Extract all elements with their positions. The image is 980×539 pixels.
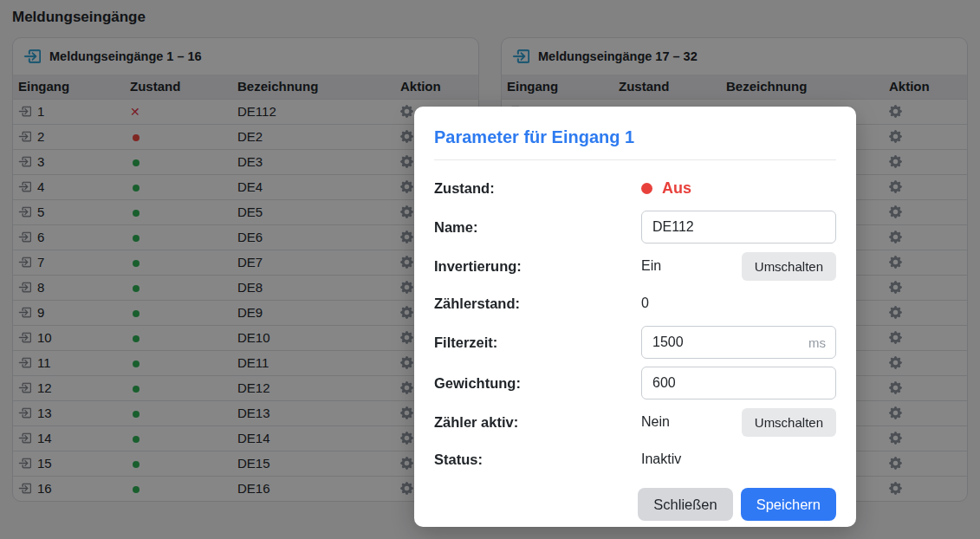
field-value: Nein	[641, 414, 742, 430]
toggle-button[interactable]: Umschalten	[742, 408, 836, 437]
dialog-field: Name:	[434, 211, 836, 244]
dialog-title: Parameter für Eingang 1	[434, 127, 836, 147]
field-label: Name:	[434, 219, 641, 236]
field-value: Inaktiv	[641, 451, 836, 467]
dialog-field: Gewichtung:	[434, 367, 836, 399]
field-label: Zählerstand:	[434, 295, 641, 312]
dialog-fields: Zustand:AusName:Invertierung:EinUmschalt…	[434, 173, 836, 474]
close-button[interactable]: Schließen	[638, 488, 732, 521]
dialog-field: Zählerstand:0	[434, 289, 836, 318]
field-value: 0	[641, 295, 836, 311]
field-label: Invertierung:	[434, 258, 641, 275]
field-label: Zustand:	[434, 180, 641, 197]
filterzeit-input[interactable]	[641, 326, 836, 359]
gewichtung-input[interactable]	[641, 367, 836, 399]
dialog-field: Invertierung:EinUmschalten	[434, 251, 836, 281]
status-dot-icon	[641, 183, 652, 194]
unit-suffix: ms	[808, 335, 826, 350]
field-label: Gewichtung:	[434, 375, 641, 392]
dialog-footer: Schließen Speichern	[434, 488, 836, 521]
save-button[interactable]: Speichern	[741, 488, 836, 521]
dialog-field: Zähler aktiv:NeinUmschalten	[434, 407, 836, 437]
field-label: Zähler aktiv:	[434, 414, 641, 431]
toggle-button[interactable]: Umschalten	[742, 252, 836, 281]
dialog-field: Filterzeit:ms	[434, 326, 836, 359]
dialog-field: Status:Inaktiv	[434, 445, 836, 474]
field-value: Ein	[641, 258, 742, 274]
divider	[434, 159, 836, 160]
status-value: Aus	[662, 179, 691, 198]
name-input[interactable]	[641, 211, 836, 244]
field-label: Filterzeit:	[434, 334, 641, 351]
parameter-dialog: Parameter für Eingang 1 Zustand:AusName:…	[414, 107, 856, 527]
dialog-field: Zustand:Aus	[434, 173, 836, 203]
field-label: Status:	[434, 451, 641, 468]
